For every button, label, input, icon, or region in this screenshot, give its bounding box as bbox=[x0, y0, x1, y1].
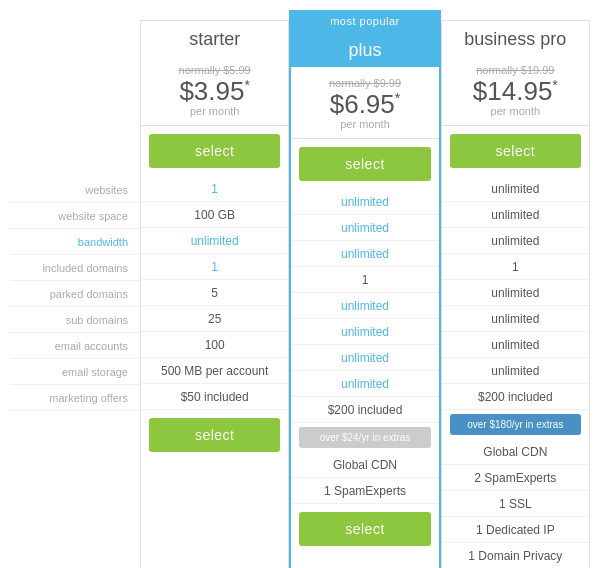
plan-plus-normally: normally $9.99 bbox=[295, 77, 434, 89]
plan-bp-price-value: $14.95 bbox=[473, 76, 553, 106]
plan-bp-title: business pro bbox=[442, 21, 589, 54]
bp-feature-websites: unlimited bbox=[442, 176, 589, 202]
bp-extra-dedicated-ip: 1 Dedicated IP bbox=[442, 517, 589, 543]
label-website-space: website space bbox=[10, 203, 140, 229]
starter-feature-email-accounts: 100 bbox=[141, 332, 288, 358]
plan-bp-per-month: per month bbox=[446, 105, 585, 117]
label-email-storage: email storage bbox=[10, 359, 140, 385]
plan-bp-price: $14.95* bbox=[446, 76, 585, 107]
plus-feature-bandwidth: unlimited bbox=[291, 241, 438, 267]
bp-extra-spam: 2 SpamExperts bbox=[442, 465, 589, 491]
bp-feature-email-storage: unlimited bbox=[442, 358, 589, 384]
plus-feature-domains: 1 bbox=[291, 267, 438, 293]
label-spacer-select bbox=[10, 134, 140, 177]
plus-extra-spam: 1 SpamExperts bbox=[291, 478, 438, 504]
plan-starter-features: 1 100 GB unlimited 1 5 25 100 500 MB per… bbox=[141, 176, 288, 410]
starter-feature-domains: 1 bbox=[141, 254, 288, 280]
plan-bp-features: unlimited unlimited unlimited 1 unlimite… bbox=[442, 176, 589, 410]
plan-plus-extras-badge: over $24/yr in extras bbox=[299, 427, 430, 448]
label-bandwidth: bandwidth bbox=[10, 229, 140, 255]
plan-plus-price-value: $6.95 bbox=[330, 89, 395, 119]
bp-feature-parked: unlimited bbox=[442, 280, 589, 306]
starter-feature-websites: 1 bbox=[141, 176, 288, 202]
label-spacer-title bbox=[10, 20, 140, 56]
plan-bp-price-box: normally $19.99 $14.95* per month bbox=[442, 54, 589, 126]
plan-starter-normally: normally $5.99 bbox=[145, 64, 284, 76]
starter-feature-space: 100 GB bbox=[141, 202, 288, 228]
label-column: websites website space bandwidth include… bbox=[10, 20, 140, 568]
plan-bp-select-top[interactable]: select bbox=[450, 134, 581, 168]
plan-starter-select-top[interactable]: select bbox=[149, 134, 280, 168]
bp-feature-bandwidth: unlimited bbox=[442, 228, 589, 254]
plan-starter: starter normally $5.99 $3.95* per month … bbox=[140, 20, 289, 568]
plan-plus-price-box: normally $9.99 $6.95* per month bbox=[291, 67, 438, 139]
starter-feature-marketing: $50 included bbox=[141, 384, 288, 410]
plus-feature-space: unlimited bbox=[291, 215, 438, 241]
plan-plus-per-month: per month bbox=[295, 118, 434, 130]
plan-plus-select-top[interactable]: select bbox=[299, 147, 430, 181]
label-websites: websites bbox=[10, 177, 140, 203]
plus-feature-email-accounts: unlimited bbox=[291, 345, 438, 371]
plan-plus: most popular plus normally $9.99 $6.95* … bbox=[289, 10, 440, 568]
plan-plus-asterisk: * bbox=[395, 90, 400, 106]
plus-feature-email-storage: unlimited bbox=[291, 371, 438, 397]
plan-starter-per-month: per month bbox=[145, 105, 284, 117]
starter-feature-parked: 5 bbox=[141, 280, 288, 306]
label-included-domains: included domains bbox=[10, 255, 140, 281]
plan-starter-price-box: normally $5.99 $3.95* per month bbox=[141, 54, 288, 126]
plan-bp-normally: normally $19.99 bbox=[446, 64, 585, 76]
starter-feature-bandwidth: unlimited bbox=[141, 228, 288, 254]
plan-starter-select-bottom[interactable]: select bbox=[149, 418, 280, 452]
starter-feature-email-storage: 500 MB per account bbox=[141, 358, 288, 384]
plan-bp-extras-badge: over $180/yr in extras bbox=[450, 414, 581, 435]
bp-extra-cdn: Global CDN bbox=[442, 439, 589, 465]
bp-feature-space: unlimited bbox=[442, 202, 589, 228]
plus-feature-marketing: $200 included bbox=[291, 397, 438, 423]
plan-bp-asterisk: * bbox=[552, 77, 557, 93]
plan-starter-title: starter bbox=[141, 21, 288, 54]
plan-business-pro: business pro normally $19.99 $14.95* per… bbox=[441, 20, 590, 568]
plans-area: starter normally $5.99 $3.95* per month … bbox=[140, 20, 590, 568]
bp-extra-ssl: 1 SSL bbox=[442, 491, 589, 517]
label-marketing-offers: marketing offers bbox=[10, 385, 140, 411]
starter-feature-sub: 25 bbox=[141, 306, 288, 332]
label-spacer-price bbox=[10, 56, 140, 134]
plan-starter-price: $3.95* bbox=[145, 76, 284, 107]
bp-feature-marketing: $200 included bbox=[442, 384, 589, 410]
bp-feature-domains: 1 bbox=[442, 254, 589, 280]
label-email-accounts: email accounts bbox=[10, 333, 140, 359]
plan-starter-asterisk: * bbox=[244, 77, 249, 93]
plus-extra-cdn: Global CDN bbox=[291, 452, 438, 478]
plan-plus-select-bottom[interactable]: select bbox=[299, 512, 430, 546]
plus-feature-parked: unlimited bbox=[291, 293, 438, 319]
label-sub-domains: sub domains bbox=[10, 307, 140, 333]
plan-plus-popular-badge: most popular bbox=[291, 12, 438, 30]
bp-extra-domain-privacy: 1 Domain Privacy bbox=[442, 543, 589, 568]
plan-plus-features: unlimited unlimited unlimited 1 unlimite… bbox=[291, 189, 438, 423]
pricing-table: websites website space bandwidth include… bbox=[10, 20, 590, 568]
bp-feature-email-accounts: unlimited bbox=[442, 332, 589, 358]
plus-feature-sub: unlimited bbox=[291, 319, 438, 345]
label-parked-domains: parked domains bbox=[10, 281, 140, 307]
plan-plus-title: plus bbox=[291, 30, 438, 67]
plan-plus-price: $6.95* bbox=[295, 89, 434, 120]
bp-feature-sub: unlimited bbox=[442, 306, 589, 332]
plan-starter-price-value: $3.95 bbox=[179, 76, 244, 106]
plus-feature-websites: unlimited bbox=[291, 189, 438, 215]
